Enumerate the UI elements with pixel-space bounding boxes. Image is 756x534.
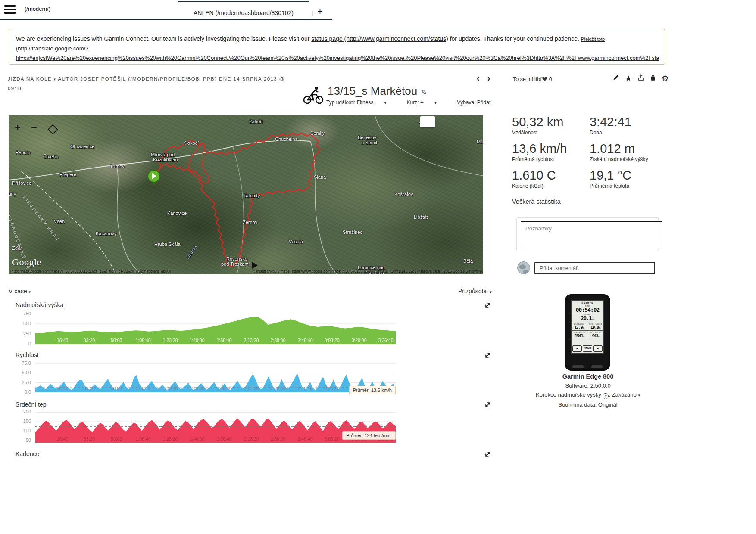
screen-speed-value: 20.1mph [572,316,603,322]
play-triangle-icon [152,173,156,179]
gps-route-track [153,134,320,267]
heart-rate-plot[interactable]: 16:4033:2050:001:06:401:23:201:40:001:56… [35,410,396,443]
map-label: Benešov [358,135,376,140]
user-avatar [517,261,530,274]
map-label: u Semil [361,140,377,145]
x-axis-tick: 1:06:40 [135,436,150,441]
x-axis-tick: 2:46:40 [297,436,312,441]
tabbar-divider [0,19,332,20]
notes-textarea[interactable] [521,221,662,248]
stat-label: Doba [590,130,631,136]
chevron-down-icon[interactable]: ▾ [638,393,640,397]
garmin-edge-device-image: GARMIN Time 00:54:02 Speed 20.1mph Dista… [565,294,610,371]
new-tab-button[interactable]: + [317,6,323,17]
screen-data-grid: Distance17.9mi Avg. Speed19.8mi Elevatio… [572,322,603,339]
screen-menu-buttons: ◀ MENU ▶ [572,345,603,352]
map-type-control[interactable] [420,116,435,127]
share-icon[interactable] [637,74,644,83]
expand-icon[interactable] [485,402,491,410]
modern-path-label[interactable]: (/modern/) [25,6,50,12]
speed-plot[interactable]: 16:4033:2050:001:06:401:23:201:40:001:56… [35,360,396,392]
start-marker[interactable] [147,170,160,183]
map-label: Kozákovem [153,157,178,162]
favorite-star-icon[interactable]: ★ [625,74,632,83]
chevron-down-icon[interactable]: ▾ [54,77,56,81]
translate-url-line2[interactable]: hl=cs#en|cs|We%20are%20experiencing%20is… [16,55,658,61]
x-axis-tick: 1:06:40 [135,386,150,391]
expand-icon[interactable] [485,352,491,360]
x-axis-tick: 1:23:20 [162,386,178,391]
average-tooltip: Průměr: 124 tep./min. [342,431,396,440]
map-playback-button[interactable] [252,262,258,269]
x-axis-tick: 50:00 [111,338,122,343]
status-page-link[interactable]: status page (http://www.garminconnect.co… [311,35,448,42]
chart-customize-dropdown[interactable]: Přizpůsobit ▾ [458,288,492,295]
help-question-icon[interactable]: ? [603,393,609,399]
stat-value: 50,32 km [512,115,563,128]
tab-separator: |· [312,9,315,16]
x-axis-tick: 3:03:20 [324,386,339,391]
map-zoom-in-button[interactable]: + [15,123,21,132]
screen-menu-button: MENU [583,345,592,352]
event-type-dropdown[interactable]: Typ události: Fitness ▾ [326,99,396,106]
translate-url-line1[interactable]: (http://translate.google.com/? [16,45,658,52]
cadence-chart-block: Kadence [9,450,491,472]
x-axis-tick: 2:13:20 [244,436,259,441]
edit-title-icon[interactable]: ✎ [421,88,427,96]
prev-activity-button[interactable]: ‹ [477,73,487,83]
privacy-lock-icon[interactable] [650,74,656,83]
y-axis-tick: 100 [9,428,31,433]
summary-data-row: Souhrnná data: Originál [525,400,651,409]
x-axis-tick: 1:56:40 [216,386,231,391]
banner-text: We are experiencing issues with Garmin C… [16,35,311,42]
x-axis-tick: 1:06:40 [135,338,150,343]
activity-title: 13/15_s Markétou✎ [328,84,427,98]
warning-banner: We are experiencing issues with Garmin C… [9,29,665,65]
map-label: Veselá [289,239,303,244]
device-button-left [572,365,584,368]
elevation-plot[interactable]: 16:4033:2050:001:06:401:23:201:40:001:56… [35,310,396,344]
map-label: Kacanovy [96,231,116,236]
x-axis-tick: 2:30:00 [270,338,285,343]
device-info: Garmin Edge 800 Software: 2.50.0.0 Korek… [525,372,651,409]
all-statistics-link[interactable]: Veškerá statistika [512,198,561,205]
average-tooltip: Průměr: 13,6 km/h [349,386,396,394]
translate-link[interactable]: Přeložit toto [581,37,605,42]
map-report-attribution[interactable]: Nahlásit chybu v mapě (https://www.googl… [253,269,483,273]
elevation-correction-row: Korekce nadmořské výšky ?: Zakázáno ▾ [525,390,651,400]
like-count: 0 [549,76,552,82]
map-url-attribution[interactable]: (http://maps.google.com/maps?ll=50.57618… [10,269,171,273]
menu-hamburger-icon[interactable] [4,5,16,14]
expand-icon[interactable] [485,302,491,310]
map-label: jany [9,191,16,196]
edit-pencil-icon[interactable] [613,74,619,82]
x-axis-tick: 3:03:20 [324,338,339,343]
map-label: Pěnčín [16,150,30,155]
x-axis-tick: 16:40 [57,436,68,441]
map-label: Karlovice [167,211,187,216]
device-brand: GARMIN [572,301,603,304]
gear-icon[interactable]: ⚙ [662,74,669,83]
map-label: Žernov [243,220,257,225]
y-axis-tick: 0,0 [9,389,31,394]
map-label: Záhoří [249,119,263,124]
expand-icon[interactable] [485,451,491,459]
comment-input[interactable] [534,262,655,274]
map-label: Všeň [54,219,65,224]
x-axis-tick: 3:03:20 [324,436,339,441]
activity-prev-next: ‹› [477,73,498,83]
chart-mode-dropdown[interactable]: V čase ▾ [9,288,31,295]
gear-add-link[interactable]: Výbava: Přidat [457,99,490,106]
stat-label: Vzdálenost [512,130,563,136]
activity-meta: JÍZDA NA KOLE ▾ AUTOR JOSEF POTĚŠIL (/MO… [8,75,290,93]
map-zoom-out-button[interactable]: − [31,123,37,132]
course-dropdown[interactable]: Kurz: -- ▾ [407,99,446,106]
stat-label: Kalorie (kCal) [512,183,556,189]
activity-type-dropdown[interactable]: JÍZDA NA KOLE [8,76,52,81]
browser-tab[interactable]: ANLEN (/modern/dashboard/830102) [178,9,309,16]
like-button[interactable]: To se mi líbí♥ 0 [513,75,552,83]
google-logo: Google [12,257,41,268]
next-activity-button[interactable]: › [487,73,498,83]
map-label: Stružinec [343,230,362,235]
activity-map[interactable]: ZáhoříJizerouMříSemilyBenešovu SemilChuc… [9,115,483,274]
